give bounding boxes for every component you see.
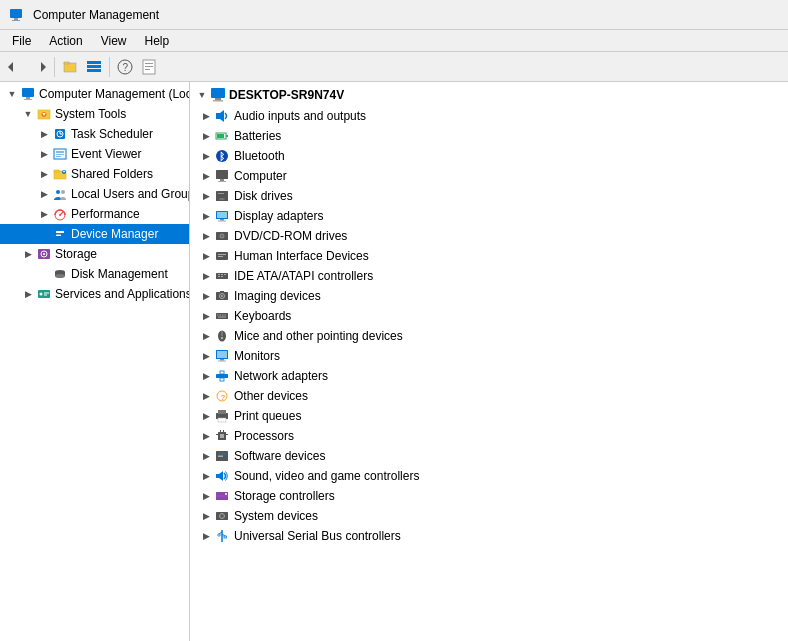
services-expand-icon: ▶ xyxy=(20,286,36,302)
svg-rect-109 xyxy=(216,434,218,435)
device-item-audio[interactable]: ▶Audio inputs and outputs xyxy=(190,106,788,126)
device-item-print[interactable]: ▶Print queues xyxy=(190,406,788,426)
sidebar-item-event-viewer[interactable]: ▶ Event Viewer xyxy=(0,144,189,164)
explore-button[interactable] xyxy=(59,56,81,78)
device-expand-arrow: ▶ xyxy=(198,268,214,284)
sidebar-item-task-scheduler[interactable]: ▶ Task Scheduler xyxy=(0,124,189,144)
svg-rect-62 xyxy=(218,181,226,182)
menu-file[interactable]: File xyxy=(4,32,39,50)
svg-rect-100 xyxy=(220,371,224,374)
imaging-icon xyxy=(214,288,230,304)
svg-rect-14 xyxy=(145,66,153,67)
device-item-battery[interactable]: ▶Batteries xyxy=(190,126,788,146)
sidebar-item-disk-management[interactable]: Disk Management xyxy=(0,264,189,284)
device-item-dvd[interactable]: ▶DVD/CD-ROM drives xyxy=(190,226,788,246)
svg-rect-9 xyxy=(87,69,101,72)
storage-expand-icon: ▶ xyxy=(20,246,36,262)
help-icon: ? xyxy=(117,59,133,75)
svg-rect-80 xyxy=(218,276,220,277)
local-users-icon xyxy=(52,186,68,202)
back-button[interactable] xyxy=(4,56,26,78)
device-item-bluetooth[interactable]: ▶ᛒBluetooth xyxy=(190,146,788,166)
svg-rect-57 xyxy=(217,134,224,138)
help-button[interactable]: ? xyxy=(114,56,136,78)
device-item-display[interactable]: ▶Display adapters xyxy=(190,206,788,226)
explore-icon xyxy=(62,59,78,75)
display-icon xyxy=(214,208,230,224)
device-item-disk[interactable]: ▶Disk drives xyxy=(190,186,788,206)
sidebar-item-device-manager[interactable]: Device Manager xyxy=(0,224,189,244)
device-expand-arrow: ▶ xyxy=(198,468,214,484)
device-item-imaging[interactable]: ▶Imaging devices xyxy=(190,286,788,306)
services-apps-label: Services and Applications xyxy=(55,287,190,301)
menu-view[interactable]: View xyxy=(93,32,135,50)
sidebar-item-system-tools[interactable]: ▼ System Tools xyxy=(0,104,189,124)
device-label-sysdev: System devices xyxy=(234,509,318,523)
device-expand-arrow: ▶ xyxy=(198,388,214,404)
device-expand-arrow: ▶ xyxy=(198,528,214,544)
device-label-computer: Computer xyxy=(234,169,287,183)
tree-root[interactable]: ▼ Computer Management (Local xyxy=(0,84,189,104)
svg-point-130 xyxy=(218,534,220,536)
svg-rect-6 xyxy=(64,62,69,64)
sidebar-item-services-apps[interactable]: ▶ Services and Applications xyxy=(0,284,189,304)
device-item-computer[interactable]: ▶Computer xyxy=(190,166,788,186)
task-scheduler-label: Task Scheduler xyxy=(71,127,153,141)
device-item-storage[interactable]: ▶Storage controllers xyxy=(190,486,788,506)
svg-rect-39 xyxy=(56,235,61,237)
menu-action[interactable]: Action xyxy=(41,32,90,50)
device-label-hid: Human Interface Devices xyxy=(234,249,369,263)
print-icon xyxy=(214,408,230,424)
sidebar-item-shared-folders[interactable]: ▶ Shared Folders xyxy=(0,164,189,184)
device-item-ide[interactable]: ▶IDE ATA/ATAPI controllers xyxy=(190,266,788,286)
device-item-software[interactable]: ▶Software devices xyxy=(190,446,788,466)
device-item-hid[interactable]: ▶Human Interface Devices xyxy=(190,246,788,266)
device-item-monitor[interactable]: ▶Monitors xyxy=(190,346,788,366)
sidebar-item-storage[interactable]: ▶ Storage xyxy=(0,244,189,264)
device-item-sound[interactable]: ▶Sound, video and game controllers xyxy=(190,466,788,486)
svg-rect-116 xyxy=(216,474,219,478)
device-item-sysdev[interactable]: ▶System devices xyxy=(190,506,788,526)
svg-marker-54 xyxy=(220,110,224,122)
device-expand-arrow: ▶ xyxy=(198,488,214,504)
device-label-battery: Batteries xyxy=(234,129,281,143)
forward-button[interactable] xyxy=(28,56,50,78)
svg-point-32 xyxy=(56,190,60,194)
device-item-cpu[interactable]: ▶Processors xyxy=(190,426,788,446)
dvd-icon xyxy=(214,228,230,244)
device-label-mouse: Mice and other pointing devices xyxy=(234,329,403,343)
device-list: ▶Audio inputs and outputs▶Batteries▶ᛒBlu… xyxy=(190,106,788,546)
event-viewer-label: Event Viewer xyxy=(71,147,141,161)
properties-icon xyxy=(141,59,157,75)
sidebar-item-local-users[interactable]: ▶ Local Users and Groups xyxy=(0,184,189,204)
view-button[interactable] xyxy=(83,56,105,78)
svg-rect-89 xyxy=(222,315,224,316)
storage-label: Storage xyxy=(55,247,97,261)
svg-rect-15 xyxy=(145,69,150,70)
menu-help[interactable]: Help xyxy=(137,32,178,50)
device-label-keyboard: Keyboards xyxy=(234,309,291,323)
svg-marker-117 xyxy=(219,471,223,481)
svg-rect-90 xyxy=(225,315,227,316)
properties-button[interactable] xyxy=(138,56,160,78)
device-expand-arrow: ▶ xyxy=(198,208,214,224)
device-item-other[interactable]: ▶?Other devices xyxy=(190,386,788,406)
svg-rect-105 xyxy=(218,410,226,414)
svg-rect-13 xyxy=(145,63,153,64)
svg-rect-74 xyxy=(218,254,226,255)
svg-rect-131 xyxy=(224,536,227,538)
svg-rect-38 xyxy=(56,231,64,233)
svg-rect-85 xyxy=(220,291,224,293)
disk-icon xyxy=(214,188,230,204)
device-item-usb[interactable]: ▶Universal Serial Bus controllers xyxy=(190,526,788,546)
computer-expand-icon: ▼ xyxy=(194,87,210,103)
svg-rect-112 xyxy=(223,430,224,432)
mouse-icon xyxy=(214,328,230,344)
sidebar-item-performance[interactable]: ▶ Performance xyxy=(0,204,189,224)
device-item-keyboard[interactable]: ▶Keyboards xyxy=(190,306,788,326)
svg-point-120 xyxy=(225,493,227,495)
device-item-mouse[interactable]: ▶Mice and other pointing devices xyxy=(190,326,788,346)
device-label-storage: Storage controllers xyxy=(234,489,335,503)
device-item-network[interactable]: ▶Network adapters xyxy=(190,366,788,386)
svg-rect-108 xyxy=(220,434,224,438)
